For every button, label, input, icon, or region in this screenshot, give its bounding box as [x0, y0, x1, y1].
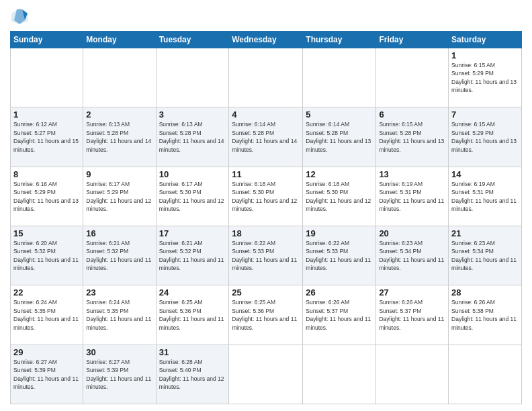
week-row-5: 29 Sunrise: 6:27 AMSunset: 5:39 PMDaylig… — [11, 345, 522, 404]
header-monday: Monday — [83, 32, 156, 48]
week-row-1: 1 Sunrise: 6:12 AMSunset: 5:27 PMDayligh… — [11, 107, 522, 167]
day-info: Sunrise: 6:17 AMSunset: 5:30 PMDaylight:… — [159, 181, 224, 212]
calendar-cell: 7 Sunrise: 6:15 AMSunset: 5:29 PMDayligh… — [449, 107, 522, 167]
calendar-cell: 9 Sunrise: 6:17 AMSunset: 5:29 PMDayligh… — [83, 167, 156, 226]
calendar-cell: 26 Sunrise: 6:26 AMSunset: 5:37 PMDaylig… — [303, 285, 376, 345]
day-info: Sunrise: 6:15 AMSunset: 5:29 PMDaylight:… — [451, 121, 517, 152]
calendar-cell — [376, 345, 449, 404]
day-info: Sunrise: 6:21 AMSunset: 5:32 PMDaylight:… — [159, 240, 224, 271]
day-info: Sunrise: 6:21 AMSunset: 5:32 PMDaylight:… — [86, 240, 151, 271]
day-number: 10 — [159, 169, 226, 179]
day-info: Sunrise: 6:18 AMSunset: 5:30 PMDaylight:… — [232, 181, 297, 212]
calendar-cell: 25 Sunrise: 6:25 AMSunset: 5:36 PMDaylig… — [229, 285, 303, 345]
day-number: 15 — [13, 228, 80, 238]
day-number: 8 — [13, 169, 80, 179]
logo-icon — [10, 7, 29, 26]
day-number: 29 — [13, 347, 80, 357]
calendar-cell: 15 Sunrise: 6:20 AMSunset: 5:32 PMDaylig… — [11, 226, 83, 285]
calendar-cell: 31 Sunrise: 6:28 AMSunset: 5:40 PMDaylig… — [156, 345, 229, 404]
day-number: 7 — [451, 109, 519, 120]
header-sunday: Sunday — [11, 32, 83, 48]
day-number: 17 — [159, 228, 226, 238]
day-number: 3 — [159, 109, 226, 120]
day-number: 27 — [379, 287, 445, 298]
week-row-2: 8 Sunrise: 6:16 AMSunset: 5:29 PMDayligh… — [11, 167, 522, 226]
calendar-cell: 4 Sunrise: 6:14 AMSunset: 5:28 PMDayligh… — [229, 107, 303, 167]
calendar-cell: 2 Sunrise: 6:13 AMSunset: 5:28 PMDayligh… — [83, 107, 156, 167]
day-info: Sunrise: 6:13 AMSunset: 5:28 PMDaylight:… — [159, 121, 224, 152]
day-number: 11 — [232, 169, 300, 179]
calendar-cell: 8 Sunrise: 6:16 AMSunset: 5:29 PMDayligh… — [11, 167, 83, 226]
day-number: 12 — [306, 169, 373, 179]
header-tuesday: Tuesday — [156, 32, 229, 48]
calendar-cell: 17 Sunrise: 6:21 AMSunset: 5:32 PMDaylig… — [156, 226, 229, 285]
calendar-cell — [449, 345, 522, 404]
calendar-cell: 14 Sunrise: 6:19 AMSunset: 5:31 PMDaylig… — [449, 167, 522, 226]
calendar-cell: 20 Sunrise: 6:23 AMSunset: 5:34 PMDaylig… — [376, 226, 449, 285]
calendar-cell: 10 Sunrise: 6:17 AMSunset: 5:30 PMDaylig… — [156, 167, 229, 226]
day-number: 13 — [379, 169, 445, 179]
day-number: 23 — [86, 287, 152, 298]
calendar-cell: 27 Sunrise: 6:26 AMSunset: 5:37 PMDaylig… — [376, 285, 449, 345]
calendar-cell — [229, 48, 303, 107]
day-info: Sunrise: 6:22 AMSunset: 5:33 PMDaylight:… — [232, 240, 297, 271]
calendar-header-row: SundayMondayTuesdayWednesdayThursdayFrid… — [11, 32, 522, 48]
calendar-cell — [156, 48, 229, 107]
day-info: Sunrise: 6:18 AMSunset: 5:30 PMDaylight:… — [306, 181, 371, 212]
day-number: 1 — [13, 109, 80, 120]
calendar-cell — [303, 48, 376, 107]
calendar-cell — [376, 48, 449, 107]
header-wednesday: Wednesday — [229, 32, 303, 48]
calendar-cell: 1 Sunrise: 6:12 AMSunset: 5:27 PMDayligh… — [11, 107, 83, 167]
day-number: 31 — [159, 347, 226, 357]
day-number: 28 — [451, 287, 519, 298]
calendar-cell: 24 Sunrise: 6:25 AMSunset: 5:36 PMDaylig… — [156, 285, 229, 345]
day-number: 5 — [306, 109, 373, 120]
calendar-cell: 6 Sunrise: 6:15 AMSunset: 5:28 PMDayligh… — [376, 107, 449, 167]
day-number: 1 — [451, 50, 519, 60]
day-info: Sunrise: 6:28 AMSunset: 5:40 PMDaylight:… — [159, 359, 224, 390]
calendar-cell: 19 Sunrise: 6:22 AMSunset: 5:33 PMDaylig… — [303, 226, 376, 285]
calendar-cell: 18 Sunrise: 6:22 AMSunset: 5:33 PMDaylig… — [229, 226, 303, 285]
week-row-4: 22 Sunrise: 6:24 AMSunset: 5:35 PMDaylig… — [11, 285, 522, 345]
day-info: Sunrise: 6:25 AMSunset: 5:36 PMDaylight:… — [232, 299, 297, 330]
day-info: Sunrise: 6:16 AMSunset: 5:29 PMDaylight:… — [13, 181, 79, 212]
calendar-cell: 30 Sunrise: 6:27 AMSunset: 5:39 PMDaylig… — [83, 345, 156, 404]
calendar-cell: 28 Sunrise: 6:26 AMSunset: 5:38 PMDaylig… — [449, 285, 522, 345]
calendar-cell: 3 Sunrise: 6:13 AMSunset: 5:28 PMDayligh… — [156, 107, 229, 167]
day-info: Sunrise: 6:23 AMSunset: 5:34 PMDaylight:… — [451, 240, 517, 271]
header-saturday: Saturday — [449, 32, 522, 48]
day-info: Sunrise: 6:19 AMSunset: 5:31 PMDaylight:… — [451, 181, 517, 212]
day-number: 20 — [379, 228, 445, 238]
calendar-cell: 12 Sunrise: 6:18 AMSunset: 5:30 PMDaylig… — [303, 167, 376, 226]
calendar-cell: 22 Sunrise: 6:24 AMSunset: 5:35 PMDaylig… — [11, 285, 83, 345]
calendar-cell — [303, 345, 376, 404]
calendar-cell: 5 Sunrise: 6:14 AMSunset: 5:28 PMDayligh… — [303, 107, 376, 167]
day-number: 14 — [451, 169, 519, 179]
day-info: Sunrise: 6:13 AMSunset: 5:28 PMDaylight:… — [86, 121, 151, 152]
day-info: Sunrise: 6:19 AMSunset: 5:31 PMDaylight:… — [379, 181, 444, 212]
calendar-cell: 11 Sunrise: 6:18 AMSunset: 5:30 PMDaylig… — [229, 167, 303, 226]
day-info: Sunrise: 6:26 AMSunset: 5:37 PMDaylight:… — [379, 299, 444, 330]
day-info: Sunrise: 6:24 AMSunset: 5:35 PMDaylight:… — [86, 299, 151, 330]
week-row-3: 15 Sunrise: 6:20 AMSunset: 5:32 PMDaylig… — [11, 226, 522, 285]
header-thursday: Thursday — [303, 32, 376, 48]
day-info: Sunrise: 6:12 AMSunset: 5:27 PMDaylight:… — [13, 121, 79, 152]
day-number: 18 — [232, 228, 300, 238]
calendar-cell: 29 Sunrise: 6:27 AMSunset: 5:39 PMDaylig… — [11, 345, 83, 404]
day-number: 21 — [451, 228, 519, 238]
calendar-cell — [229, 345, 303, 404]
day-info: Sunrise: 6:20 AMSunset: 5:32 PMDaylight:… — [13, 240, 79, 271]
day-number: 24 — [159, 287, 226, 298]
calendar-cell: 16 Sunrise: 6:21 AMSunset: 5:32 PMDaylig… — [83, 226, 156, 285]
day-info: Sunrise: 6:15 AMSunset: 5:28 PMDaylight:… — [379, 121, 444, 152]
day-number: 22 — [13, 287, 80, 298]
calendar-cell: 21 Sunrise: 6:23 AMSunset: 5:34 PMDaylig… — [449, 226, 522, 285]
day-number: 4 — [232, 109, 300, 120]
calendar-cell — [83, 48, 156, 107]
header-friday: Friday — [376, 32, 449, 48]
logo — [10, 7, 32, 26]
day-info: Sunrise: 6:14 AMSunset: 5:28 PMDaylight:… — [232, 121, 297, 152]
day-info: Sunrise: 6:15 AMSunset: 5:29 PMDaylight:… — [451, 62, 517, 93]
day-info: Sunrise: 6:23 AMSunset: 5:34 PMDaylight:… — [379, 240, 444, 271]
